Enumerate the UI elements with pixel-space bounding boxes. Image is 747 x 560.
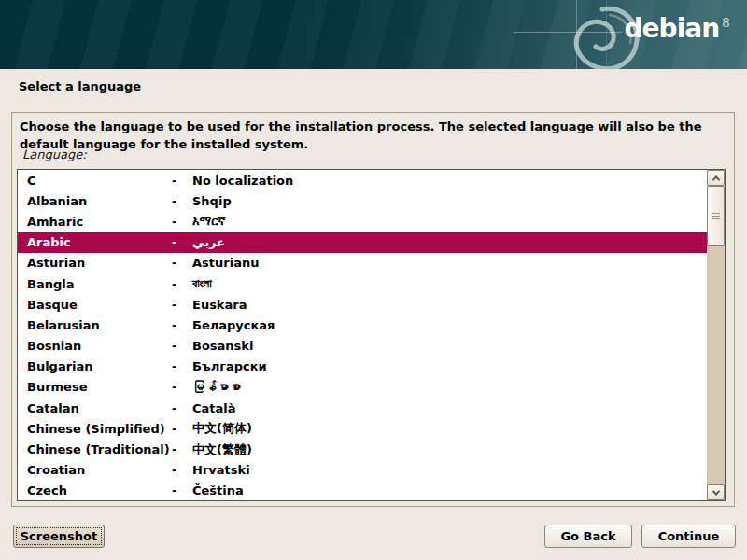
list-item[interactable]: Burmese - မြန်မာစာ <box>18 377 707 398</box>
separator-dash: - <box>172 298 192 312</box>
language-native-name: Shqip <box>192 194 707 208</box>
list-item[interactable]: Basque - Euskara <box>18 294 707 315</box>
debian-logo-text: debian <box>625 13 720 45</box>
list-item[interactable]: Bulgarian - Български <box>18 357 707 377</box>
language-native-name: Asturianu <box>192 256 707 270</box>
language-native-name: Hrvatski <box>192 463 707 477</box>
language-name: Asturian <box>18 256 172 270</box>
language-name: Albanian <box>18 194 172 208</box>
separator-dash: - <box>172 442 192 456</box>
go-back-button[interactable]: Go Back <box>544 525 632 548</box>
language-name: Bosnian <box>18 339 172 353</box>
separator-dash: - <box>172 174 192 188</box>
language-native-name: Български <box>192 359 707 373</box>
separator-dash: - <box>172 483 192 497</box>
language-native-name: မြန်မာစာ <box>192 380 707 394</box>
language-name: Czech <box>18 483 172 497</box>
language-name: Burmese <box>18 380 172 394</box>
separator-dash: - <box>172 380 192 394</box>
dialog-frame: Choose the language to be used for the i… <box>11 112 735 507</box>
banner: debian 8 <box>0 0 747 69</box>
chevron-up-icon <box>712 175 719 183</box>
language-name: Basque <box>18 298 172 312</box>
separator-dash: - <box>172 215 192 229</box>
continue-button[interactable]: Continue <box>641 525 736 548</box>
list-item[interactable]: Amharic - አማርኛ <box>18 211 707 231</box>
separator-dash: - <box>172 339 192 353</box>
list-item[interactable]: C - No localization <box>18 170 707 190</box>
language-name: Bulgarian <box>18 359 172 373</box>
language-native-name: No localization <box>192 174 707 188</box>
list-item[interactable]: Czech - Čeština <box>18 481 707 500</box>
list-item[interactable]: Belarusian - Беларуская <box>18 315 707 335</box>
language-native-name: Bosanski <box>192 339 707 353</box>
language-name: Arabic <box>18 235 172 249</box>
language-name: Belarusian <box>18 318 172 332</box>
scroll-down-button[interactable] <box>707 484 725 500</box>
language-native-name: 中文(简体) <box>192 420 707 437</box>
language-native-name: Čeština <box>192 483 707 497</box>
list-item[interactable]: Asturian - Asturianu <box>18 253 707 273</box>
language-native-name: Català <box>192 401 707 415</box>
language-label: Language: <box>22 147 87 161</box>
language-name: Chinese (Simplified) <box>18 422 172 436</box>
language-listbox[interactable]: C - No localization Albanian - Shqip Amh… <box>17 169 726 501</box>
language-native-name: አማርኛ <box>192 214 707 229</box>
list-item[interactable]: Croatian - Hrvatski <box>18 460 707 481</box>
scrollbar-thumb[interactable] <box>707 186 725 246</box>
list-item[interactable]: Chinese (Traditional) - 中文(繁體) <box>18 439 707 459</box>
scroll-up-button[interactable] <box>707 170 725 186</box>
language-name: C <box>18 174 172 188</box>
language-native-name: Беларуская <box>192 318 707 332</box>
scrollbar[interactable] <box>707 170 725 500</box>
language-native-name: বাংলা <box>192 276 707 291</box>
list-item[interactable]: Chinese (Simplified) - 中文(简体) <box>18 418 707 439</box>
separator-dash: - <box>172 359 192 373</box>
scrollbar-grip-icon <box>712 216 720 217</box>
debian-version: 8 <box>722 15 730 30</box>
separator-dash: - <box>172 277 192 291</box>
language-native-name: Euskara <box>192 298 707 312</box>
language-native-name: 中文(繁體) <box>192 441 707 458</box>
separator-dash: - <box>172 194 192 208</box>
list-item[interactable]: Bangla - বাংলা <box>18 273 707 294</box>
language-name: Amharic <box>18 215 172 229</box>
separator-dash: - <box>172 318 192 332</box>
separator-dash: - <box>172 235 192 249</box>
language-name: Chinese (Traditional) <box>18 442 172 456</box>
separator-dash: - <box>172 463 192 477</box>
instructions-text: Choose the language to be used for the i… <box>20 118 718 153</box>
page-title: Select a language <box>19 79 141 93</box>
separator-dash: - <box>172 401 192 415</box>
language-name: Catalan <box>18 401 172 415</box>
language-name: Bangla <box>18 277 172 291</box>
list-item[interactable]: Catalan - Català <box>18 398 707 418</box>
list-item[interactable]: Bosnian - Bosanski <box>18 336 707 357</box>
chevron-down-icon <box>712 487 719 495</box>
debian-logo: debian 8 <box>625 13 730 45</box>
language-name: Croatian <box>18 463 172 477</box>
list-item[interactable]: Albanian - Shqip <box>18 190 707 211</box>
separator-dash: - <box>172 422 192 436</box>
language-native-name: عربي <box>192 235 707 249</box>
screenshot-button[interactable]: Screenshot <box>13 525 105 548</box>
list-item[interactable]: Arabic - عربي <box>18 232 707 253</box>
separator-dash: - <box>172 256 192 270</box>
language-rows: C - No localization Albanian - Shqip Amh… <box>18 170 707 500</box>
